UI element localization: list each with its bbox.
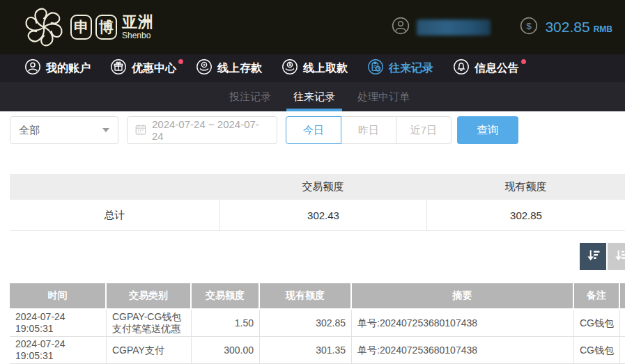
dollar-circle-icon: $ — [520, 17, 538, 38]
nav-item-label: 信息公告 — [474, 61, 519, 76]
username-redacted — [417, 19, 491, 35]
tab-label: 处理中订单 — [357, 90, 410, 104]
cell-balance: 302.85 — [260, 310, 352, 337]
logo-char-box: 博 — [95, 15, 117, 40]
cell-balance: 301.35 — [260, 337, 352, 364]
balance-amount: 302.85 — [545, 19, 589, 35]
cell-type: CGPAY支付 — [107, 337, 192, 364]
column-header-cutoff — [620, 283, 625, 310]
tab-transaction-records[interactable]: 往来记录 — [292, 82, 337, 111]
nav-item-label: 往来记录 — [389, 61, 433, 76]
date-range-input[interactable]: 2024-07-24 ~ 2024-07-24 — [127, 116, 277, 144]
cell-type: CGPAY-CG钱包支付笔笔送优惠 — [107, 310, 192, 337]
summary-total-transaction: 302.43 — [219, 200, 426, 230]
type-select-value: 全部 — [19, 124, 40, 137]
user-chip[interactable] — [392, 17, 491, 38]
svg-text:$: $ — [288, 62, 291, 68]
logo-region-text: 亚洲 — [122, 15, 154, 30]
last7days-button[interactable]: 近7日 — [396, 116, 452, 144]
summary-table: 交易额度 现有额度 总计 302.43 302.85 — [10, 174, 625, 231]
nav-item-withdraw[interactable]: $ 线上取款 — [272, 54, 357, 82]
cell-note: CG钱包 — [574, 310, 620, 337]
cell-time: 2024-07-24 19:05:31 — [10, 310, 107, 337]
sort-descending-button[interactable] — [580, 243, 606, 270]
date-range-value: 2024-07-24 ~ 2024-07-24 — [152, 118, 270, 142]
tab-label: 往来记录 — [293, 90, 335, 104]
records-header-row: 时间 交易类别 交易额度 现有额度 摘要 备注 — [10, 283, 625, 310]
table-row: 2024-07-24 19:05:31 CGPAY-CG钱包支付笔笔送优惠 1.… — [10, 310, 625, 337]
tab-bet-records[interactable]: 投注记录 — [228, 82, 272, 111]
logo-char-box: 申 — [70, 15, 92, 40]
column-header-summary: 摘要 — [352, 283, 574, 310]
nav-item-label: 优惠中心 — [132, 61, 176, 76]
main-nav: 我的账户 优惠中心 — [0, 54, 625, 82]
summary-total-balance: 302.85 — [426, 200, 625, 230]
summary-header-row: 交易额度 现有额度 — [10, 174, 625, 200]
today-button[interactable]: 今日 — [286, 116, 341, 144]
gift-icon — [110, 58, 132, 78]
sort-ascending-button[interactable] — [608, 243, 625, 270]
nav-item-my-account[interactable]: 我的账户 — [15, 54, 100, 82]
nav-item-label: 我的账户 — [46, 61, 91, 76]
cell-summary: 单号:202407253680107438 — [352, 337, 574, 364]
nav-item-label: 线上取款 — [303, 61, 348, 76]
summary-header-balance: 现有额度 — [426, 174, 625, 200]
notification-dot — [178, 59, 183, 64]
summary-header-empty — [10, 174, 219, 200]
cell-cutoff — [620, 310, 625, 337]
calendar-icon — [134, 123, 152, 138]
logo-subtitle: Shenbo — [122, 31, 154, 40]
cell-note: CG钱包 — [574, 337, 620, 364]
column-header-balance: 现有额度 — [260, 283, 352, 310]
records-icon — [367, 58, 389, 78]
column-header-amount: 交易额度 — [192, 283, 260, 310]
cell-cutoff — [620, 337, 625, 364]
top-header: 申 博 亚洲 Shenbo — [0, 0, 625, 54]
user-icon — [24, 58, 46, 78]
nav-item-deposit[interactable]: 线上存款 — [186, 54, 272, 82]
query-button[interactable]: 查询 — [457, 116, 518, 144]
records-table: 时间 交易类别 交易额度 现有额度 摘要 备注 2024-07-24 19:05… — [10, 283, 625, 364]
table-row: 2024-07-24 19:05:31 CGPAY支付 300.00 301.3… — [10, 337, 625, 364]
cell-amount: 1.50 — [192, 310, 260, 337]
column-header-note: 备注 — [574, 283, 620, 310]
tab-processing-orders[interactable]: 处理中订单 — [356, 82, 411, 111]
column-header-type: 交易类别 — [107, 283, 192, 310]
nav-item-label: 线上存款 — [217, 61, 262, 76]
brand-logo[interactable]: 申 博 亚洲 Shenbo — [21, 4, 154, 50]
cell-time: 2024-07-24 19:05:31 — [10, 337, 107, 364]
page: 申 博 亚洲 Shenbo — [0, 0, 625, 364]
type-select[interactable]: 全部 — [10, 116, 118, 144]
summary-header-transaction: 交易额度 — [219, 174, 426, 200]
nav-item-promotions[interactable]: 优惠中心 — [100, 54, 186, 82]
cell-summary: 单号:202407253680107438 — [352, 310, 574, 337]
bell-icon — [453, 58, 474, 78]
nav-item-transaction-records[interactable]: 往来记录 — [357, 54, 443, 82]
chevron-down-icon — [102, 128, 109, 132]
svg-text:$: $ — [527, 21, 532, 31]
sort-controls — [0, 243, 625, 270]
sort-descending-icon — [585, 247, 601, 266]
record-tabs: 投注记录 往来记录 处理中订单 — [0, 82, 625, 111]
summary-total-row: 总计 302.43 302.85 — [10, 200, 625, 231]
filter-bar: 全部 2024-07-24 ~ 2024-07-24 今日 昨日 近7日 查询 — [10, 116, 615, 144]
cell-amount: 300.00 — [192, 337, 260, 364]
column-header-time: 时间 — [10, 283, 107, 310]
withdraw-icon: $ — [281, 58, 303, 78]
balance-currency: RMB — [594, 21, 612, 34]
balance-display[interactable]: $ 302.85 RMB — [520, 17, 612, 38]
notification-dot — [521, 59, 526, 64]
sort-ascending-icon — [612, 247, 625, 266]
summary-total-label: 总计 — [10, 200, 219, 230]
yesterday-button[interactable]: 昨日 — [341, 116, 396, 144]
tab-label: 投注记录 — [229, 90, 271, 104]
user-circle-icon — [392, 17, 410, 38]
quick-date-group: 今日 昨日 近7日 — [286, 116, 452, 144]
flower-logo-icon — [21, 4, 67, 50]
nav-item-announcements[interactable]: 信息公告 — [443, 54, 529, 82]
deposit-icon — [196, 58, 217, 78]
